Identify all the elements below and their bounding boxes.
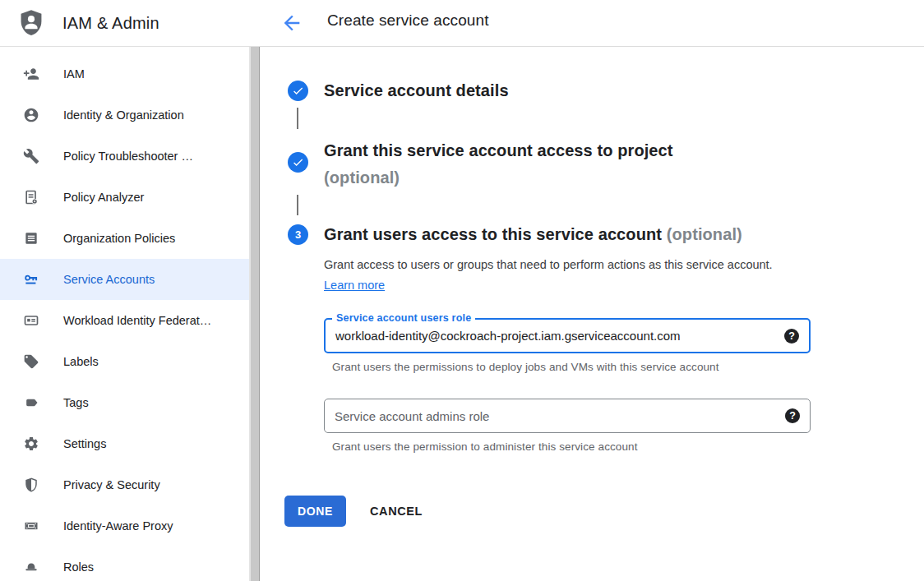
sidebar-item-label: Identity & Organization xyxy=(63,108,184,122)
sidebar-item-label: Settings xyxy=(63,437,106,450)
step3-number-badge: 3 xyxy=(288,224,308,245)
step3-heading: Grant users access to this service accou… xyxy=(324,225,742,244)
sidebar-item-label: Labels xyxy=(63,355,99,368)
sidebar-item-roles[interactable]: Roles xyxy=(0,546,260,581)
step3-optional-label: (optional) xyxy=(667,225,742,243)
step-connector xyxy=(297,108,298,129)
sidebar-nav: IAM Identity & Organization Policy Troub… xyxy=(0,47,260,581)
learn-more-link[interactable]: Learn more xyxy=(324,279,385,292)
users-role-input[interactable] xyxy=(326,320,809,352)
users-role-field-label: Service account users role xyxy=(332,312,475,324)
step-connector xyxy=(297,195,298,215)
tag-arrow-icon xyxy=(23,394,39,411)
sidebar-item-label: Organization Policies xyxy=(63,232,175,245)
sidebar-item-label: Tags xyxy=(63,396,89,409)
users-role-field: Service account users role ? xyxy=(324,318,811,353)
half-shield-icon xyxy=(23,477,39,493)
sidebar-item-identity-organization[interactable]: Identity & Organization xyxy=(0,95,260,136)
main-panel: Create service account Service account d… xyxy=(260,0,924,581)
admins-role-field: ? xyxy=(324,399,811,433)
sidebar-item-workload-identity-federation[interactable]: Workload Identity Federat… xyxy=(0,300,260,341)
sidebar-item-labels[interactable]: Labels xyxy=(0,341,260,382)
step1-complete-check-icon xyxy=(288,81,308,101)
sidebar-item-tags[interactable]: Tags xyxy=(0,382,260,423)
admins-role-help-icon[interactable]: ? xyxy=(785,408,800,423)
step1-heading[interactable]: Service account details xyxy=(324,81,509,100)
sidebar-item-label: Policy Troubleshooter … xyxy=(63,150,193,163)
gear-icon xyxy=(23,436,39,452)
sidebar-item-service-accounts[interactable]: Service Accounts xyxy=(0,259,260,300)
step2-optional-label: (optional) xyxy=(324,164,673,191)
person-add-icon xyxy=(23,66,39,82)
step2-title: Grant this service account access to pro… xyxy=(324,137,673,164)
sidebar-item-identity-aware-proxy[interactable]: Identity-Aware Proxy xyxy=(0,505,260,546)
arrow-back-icon[interactable] xyxy=(280,12,303,35)
document-gear-icon xyxy=(23,189,39,205)
step3-description: Grant access to users or groups that nee… xyxy=(324,255,774,296)
step3-title: Grant users access to this service accou… xyxy=(324,225,662,243)
iam-admin-shield-icon xyxy=(18,9,44,37)
wrench-icon xyxy=(23,148,39,164)
users-role-helper-text: Grant users the permissions to deploy jo… xyxy=(332,361,719,373)
cancel-button[interactable]: CANCEL xyxy=(370,496,423,527)
admins-role-helper-text: Grant users the permission to administer… xyxy=(332,440,638,453)
sidebar-item-label: Identity-Aware Proxy xyxy=(63,519,173,533)
sidebar-item-organization-policies[interactable]: Organization Policies xyxy=(0,218,260,259)
sidebar-item-policy-analyzer[interactable]: Policy Analyzer xyxy=(0,177,260,218)
identity-person-icon xyxy=(23,107,39,123)
step2-complete-check-icon xyxy=(288,152,308,173)
step2-heading[interactable]: Grant this service account access to pro… xyxy=(324,137,673,191)
sidebar-item-settings[interactable]: Settings xyxy=(0,423,260,464)
list-document-icon xyxy=(23,230,39,247)
sidebar-item-label: IAM xyxy=(63,67,85,81)
service-account-key-icon xyxy=(23,271,39,288)
done-button[interactable]: DONE xyxy=(284,496,346,527)
sidebar-header: IAM & Admin xyxy=(0,0,260,47)
sidebar-item-label: Privacy & Security xyxy=(63,478,160,491)
sidebar-item-label: Roles xyxy=(63,560,94,574)
users-role-help-icon[interactable]: ? xyxy=(784,329,799,344)
sidebar-item-label: Policy Analyzer xyxy=(63,191,144,204)
badge-card-icon xyxy=(23,312,39,329)
sidebar-item-label: Service Accounts xyxy=(63,273,155,286)
page-title: Create service account xyxy=(327,12,489,30)
admins-role-input[interactable] xyxy=(325,399,810,432)
sidebar-scrollbar[interactable] xyxy=(249,47,260,581)
proxy-filmstrip-icon xyxy=(23,518,39,534)
sidebar-item-privacy-security[interactable]: Privacy & Security xyxy=(0,464,260,505)
sidebar-title: IAM & Admin xyxy=(62,14,159,33)
hat-icon xyxy=(23,559,39,575)
sidebar-item-policy-troubleshooter[interactable]: Policy Troubleshooter … xyxy=(0,136,260,177)
label-tag-icon xyxy=(23,353,39,370)
sidebar-item-iam[interactable]: IAM xyxy=(0,53,260,95)
sidebar: IAM & Admin IAM Identity & Organization … xyxy=(0,0,260,581)
sidebar-item-label: Workload Identity Federat… xyxy=(63,314,211,327)
